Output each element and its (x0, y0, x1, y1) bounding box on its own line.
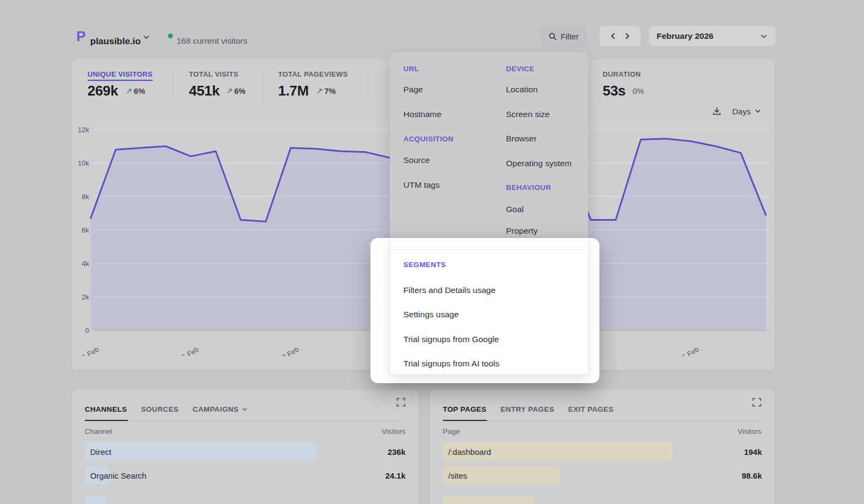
table-row[interactable]: /:dashboard 194k (443, 442, 762, 461)
stat-tab-total-pageviews[interactable]: TOTAL PAGEVIEWS (278, 69, 348, 79)
column-header: Channel (85, 427, 112, 436)
segments-spotlight: SEGMENTS Filters and Details usage Setti… (370, 238, 599, 383)
trend-up-arrow-icon: ↗ (316, 87, 323, 96)
interval-select[interactable]: Days (732, 106, 751, 115)
date-chevron-down-icon (760, 32, 768, 40)
tab-divider (85, 421, 406, 421)
stat-divider (368, 69, 368, 100)
site-name[interactable]: plausible.io (90, 36, 141, 47)
expand-icon[interactable] (396, 398, 406, 407)
table-row-partial (443, 496, 762, 504)
next-period-chevron-right-icon[interactable] (624, 32, 631, 40)
tab-entry-pages[interactable]: ENTRY PAGES (501, 405, 554, 413)
unique-visitors-value: 269k (87, 83, 118, 99)
pages-card: TOP PAGES ENTRY PAGES EXIT PAGES Page Vi… (430, 390, 775, 504)
total-visits-value: 451k (189, 83, 220, 99)
row-bar (85, 496, 106, 504)
site-switcher-chevron-down-icon[interactable] (143, 33, 150, 41)
svg-text:4k: 4k (82, 260, 89, 268)
table-row[interactable]: Organic Search 24.1k (85, 466, 406, 485)
segment-trial-signups-google[interactable]: Trial signups from Google (403, 335, 499, 344)
table-row[interactable]: Direct 236k (85, 442, 406, 461)
date-range-picker[interactable]: February 2026 (649, 26, 775, 46)
stat-divider (173, 69, 173, 100)
tab-top-pages[interactable]: TOP PAGES (443, 405, 487, 413)
stat-tab-duration[interactable]: DURATION (603, 69, 641, 79)
total-pageviews-value: 1.7M (278, 83, 309, 99)
svg-text:9 Feb: 9 Feb (281, 345, 300, 356)
filter-group-device: DEVICE (506, 65, 535, 73)
svg-text:1 Feb: 1 Feb (80, 345, 100, 356)
filter-item-operating-system[interactable]: Operating system (506, 159, 571, 168)
period-nav (599, 26, 641, 46)
filter-item-hostname[interactable]: Hostname (403, 110, 442, 119)
plausible-logo-icon: P (75, 29, 87, 44)
filter-item-property[interactable]: Property (506, 226, 538, 236)
current-visitors-label[interactable]: 168 current visitors (177, 36, 247, 46)
table-row[interactable]: /sites 98.6k (443, 466, 762, 485)
table-row-partial (85, 496, 406, 504)
tab-channels[interactable]: CHANNELS (85, 405, 127, 413)
filter-button[interactable]: Filter (541, 26, 586, 46)
tab-exit-pages[interactable]: EXIT PAGES (568, 405, 613, 413)
duration-change: 0% (632, 87, 644, 96)
column-header: Visitors (382, 427, 406, 436)
filter-item-page[interactable]: Page (403, 85, 423, 94)
prev-period-chevron-left-icon[interactable] (610, 32, 617, 40)
filter-group-acquisition: ACQUISITION (403, 135, 454, 143)
date-range-label: February 2026 (657, 31, 713, 41)
stat-divider (263, 69, 264, 100)
svg-text:2k: 2k (82, 293, 89, 301)
column-header: Page (443, 427, 460, 436)
filter-button-label: Filter (561, 32, 578, 41)
stat-tab-total-visits[interactable]: TOTAL VISITS (189, 69, 238, 79)
segments-panel (390, 238, 588, 374)
filter-item-browser[interactable]: Browser (506, 134, 537, 144)
unique-visitors-change: ↗6% (126, 87, 145, 96)
interval-chevron-down-icon[interactable] (754, 108, 761, 115)
menu-divider (390, 249, 588, 250)
filter-item-screen-size[interactable]: Screen size (506, 110, 550, 119)
filter-item-source[interactable]: Source (403, 155, 430, 165)
svg-text:10k: 10k (78, 159, 89, 167)
download-icon[interactable] (712, 106, 722, 117)
campaigns-chevron-down-icon (241, 406, 248, 412)
filter-item-location[interactable]: Location (506, 85, 538, 94)
svg-text:0: 0 (85, 326, 89, 335)
tab-sources[interactable]: SOURCES (141, 405, 179, 413)
expand-icon[interactable] (752, 398, 761, 407)
filter-group-behaviour: BEHAVIOUR (506, 183, 551, 192)
live-visitors-dot-icon (168, 33, 173, 38)
svg-text:25 Feb: 25 Feb (677, 345, 700, 356)
filter-item-goal[interactable]: Goal (506, 205, 524, 214)
svg-text:6k: 6k (82, 226, 89, 234)
column-header: Visitors (738, 427, 761, 436)
duration-value: 53s (603, 83, 625, 99)
sources-card: CHANNELS SOURCES CAMPAIGNS Channel Visit… (72, 390, 418, 504)
stat-label: UNIQUE VISITORS (87, 70, 153, 81)
tab-campaigns[interactable]: CAMPAIGNS (193, 405, 248, 413)
trend-up-arrow-icon: ↗ (126, 87, 132, 96)
search-icon (549, 32, 557, 40)
segment-trial-signups-ai-tools[interactable]: Trial signups from AI tools (403, 359, 500, 369)
filter-item-utm-tags[interactable]: UTM tags (403, 180, 440, 190)
row-bar (443, 496, 535, 504)
total-visits-change: ↗6% (226, 87, 246, 96)
filter-group-url: URL (403, 65, 419, 73)
trend-up-arrow-icon: ↗ (226, 87, 233, 96)
segment-settings-usage[interactable]: Settings usage (403, 310, 459, 319)
tab-divider (443, 421, 762, 421)
stat-tab-unique-visitors[interactable]: UNIQUE VISITORS (87, 69, 153, 79)
svg-text:12k: 12k (78, 126, 89, 134)
filter-group-segments: SEGMENTS (403, 261, 446, 269)
svg-text:5 Feb: 5 Feb (180, 345, 200, 356)
segment-filters-details-usage[interactable]: Filters and Details usage (403, 285, 496, 295)
svg-text:8k: 8k (82, 193, 89, 201)
row-bar (85, 442, 316, 461)
plausible-dashboard: { "header": { "site": "plausible.io", "c… (0, 0, 864, 504)
total-pageviews-change: ↗7% (316, 87, 336, 96)
stat-divider (598, 69, 599, 100)
